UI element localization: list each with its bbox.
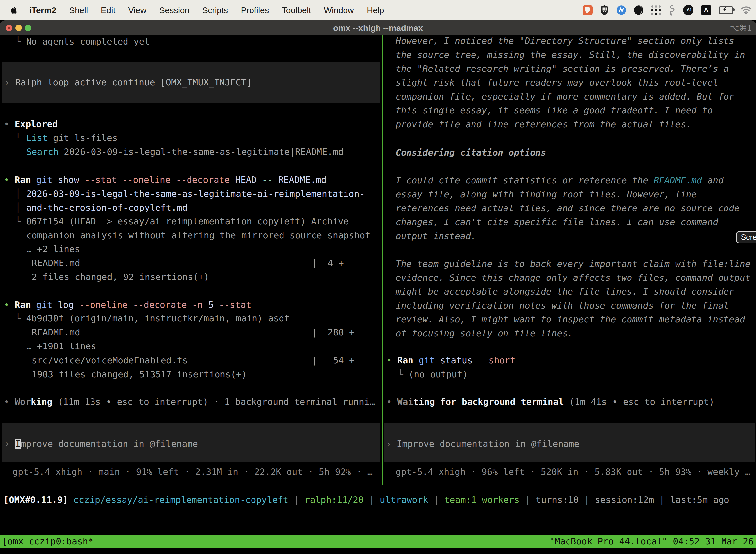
text-segment: 1903 files changed, 513517 insertions(+) xyxy=(32,369,247,379)
text-segment: team:1 workers xyxy=(444,495,519,505)
text-segment: • xyxy=(386,355,397,365)
menu-item-window[interactable]: Window xyxy=(324,5,354,15)
terminal-line: gpt-5.4 xhigh · 96% left · 520K in · 5.8… xyxy=(396,465,750,479)
text-segment: this single essay, it seems like a good … xyxy=(396,105,713,115)
text-segment: --oneline --decorate xyxy=(79,299,192,310)
text-segment: • xyxy=(4,119,15,129)
terminal-line: evidence. Since this change only affects… xyxy=(396,271,750,285)
terminal-line: └ 4b9d30f (origin/main, instructkr/main,… xyxy=(15,312,290,325)
terminal-line: • Ran git show --stat --oneline --decora… xyxy=(4,173,327,187)
text-segment: output instead. xyxy=(396,231,476,241)
menu-item-profiles[interactable]: Profiles xyxy=(241,5,269,15)
text-segment: Explored xyxy=(15,119,58,129)
window-title-bar[interactable]: omx --xhigh --madmax ⌥⌘1 xyxy=(0,20,756,35)
menu-item-shell[interactable]: Shell xyxy=(69,5,88,15)
text-segment: essay file, along with finding root file… xyxy=(396,189,697,199)
menu-bar: iTerm2 Shell Edit View Session Scripts P… xyxy=(0,0,756,20)
menu-item-help[interactable]: Help xyxy=(367,5,384,15)
menu-item-scripts[interactable]: Scripts xyxy=(202,5,228,15)
text-segment: Ran xyxy=(397,355,419,365)
a-app-icon[interactable]: A xyxy=(701,5,711,15)
right-pane-bottom-border xyxy=(383,485,756,486)
close-button[interactable] xyxy=(6,24,12,31)
text-segment: references need actual files, and since … xyxy=(396,203,740,213)
menu-item-edit[interactable]: Edit xyxy=(101,5,116,15)
text-segment: cczip/essay/ai-reimplementation-copyleft xyxy=(73,495,289,505)
text-segment: | 4 + xyxy=(312,258,344,268)
text-segment: • xyxy=(4,175,15,185)
shield-grid-icon[interactable] xyxy=(600,5,609,15)
menu-item-toolbelt[interactable]: Toolbelt xyxy=(282,5,311,15)
text-segment: | 54 + xyxy=(312,355,355,365)
text-segment: └ xyxy=(15,313,26,323)
terminal-line: I could cite commit statistics or refere… xyxy=(396,173,723,187)
text-segment: the "Related research writing" section i… xyxy=(396,63,729,74)
text-segment: and xyxy=(702,175,723,185)
text-segment: Improve documentation in @filename xyxy=(397,439,579,449)
menu-item-app[interactable]: iTerm2 xyxy=(29,5,56,15)
text-segment: -- xyxy=(262,175,278,185)
terminal-line: • Ran git status --short xyxy=(386,353,515,367)
squiggle-icon[interactable] xyxy=(668,5,676,16)
terminal-line: Search 2026-03-09-is-legal-the-same-as-l… xyxy=(26,145,343,159)
text-segment: README.md xyxy=(653,175,702,185)
terminal-line: └ List git ls-files xyxy=(15,131,118,145)
text-segment: | xyxy=(579,495,595,505)
terminal-line: [OMX#0.11.9] cczip/essay/ai-reimplementa… xyxy=(3,493,729,507)
terminal-line: │ 2026-03-09-is-legal-the-same-as-legiti… xyxy=(15,187,365,201)
chat-app-icon[interactable] xyxy=(583,5,592,15)
menu-item-session[interactable]: Session xyxy=(159,5,189,15)
battery-icon[interactable] xyxy=(719,6,733,14)
terminal[interactable]: └ No agents completed yet› Ralph loop ac… xyxy=(0,35,756,554)
apple-logo-icon[interactable] xyxy=(10,6,17,14)
terminal-line: provide file and line references from th… xyxy=(396,117,691,131)
terminal-line: output instead. xyxy=(396,229,476,243)
terminal-line: companion analysis without altering the … xyxy=(26,228,370,242)
text-cursor: I xyxy=(15,439,20,449)
text-segment: › xyxy=(4,439,15,449)
terminal-line: the source tree, missing the essay. Stil… xyxy=(396,48,745,62)
terminal-line: › Improve documentation in @filename xyxy=(386,437,579,451)
terminal-line: … +2 lines xyxy=(26,242,80,256)
text-segment: turns:10 xyxy=(536,495,579,505)
text-segment: ultrawork xyxy=(380,495,428,505)
text-segment: │ xyxy=(15,189,26,199)
terminal-line: | 4 + xyxy=(312,256,344,270)
count-badge-icon[interactable]: ..61 xyxy=(683,5,693,15)
menu-item-view[interactable]: View xyxy=(128,5,146,15)
text-segment: Wor xyxy=(15,397,31,407)
terminal-line: the "Related research writing" section i… xyxy=(396,62,729,76)
terminal-line: 2 files changed, 92 insertions(+) xyxy=(32,270,209,284)
terminal-line: └ (no output) xyxy=(398,367,468,381)
terminal-line: changes, I can't cite specific file line… xyxy=(396,215,718,229)
text-segment: including verification notes with those … xyxy=(396,300,729,311)
text-segment: might be acceptable alongside the file l… xyxy=(396,286,734,296)
text-segment: (1m 41s • esc to interrupt) xyxy=(564,397,714,407)
text-segment: 067f154 (HEAD -> essay/ai-reimplementati… xyxy=(26,216,349,226)
pane-divider[interactable] xyxy=(382,35,383,486)
terminal-line: However, I noticed the "Directory Struct… xyxy=(396,35,734,48)
terminal-line: The team guideline is to back every impo… xyxy=(396,257,750,271)
moon-circle-icon[interactable] xyxy=(634,5,644,15)
text-segment: README.md xyxy=(32,327,80,337)
tmux-host-clock: "MacBook-Pro-44.local" 04:52 31-Mar-26 xyxy=(549,535,754,548)
text-segment: The team guideline is to back every impo… xyxy=(396,259,750,269)
text-segment: | xyxy=(364,495,380,505)
text-segment: show xyxy=(58,175,84,185)
zoom-button[interactable] xyxy=(25,24,31,31)
wifi-icon[interactable] xyxy=(741,6,752,14)
text-segment: | xyxy=(428,495,444,505)
terminal-line: src/voice/voiceModeEnabled.ts xyxy=(32,353,188,367)
text-segment: --stat --oneline --decorate xyxy=(84,175,235,185)
terminal-line: Considering citation options xyxy=(396,146,546,160)
blue-bolt-icon[interactable] xyxy=(616,5,626,15)
text-segment: › xyxy=(386,439,397,449)
text-segment: git xyxy=(36,299,58,310)
window-title: omx --xhigh --madmax xyxy=(333,20,423,35)
terminal-line: › Ralph loop active continue [OMX_TMUX_I… xyxy=(4,75,252,89)
terminal-line: • Explored xyxy=(4,117,58,131)
minimize-button[interactable] xyxy=(15,24,22,31)
text-segment: the source tree, missing the essay. Stil… xyxy=(396,50,745,60)
text-segment: … +1901 lines xyxy=(26,341,96,351)
dot-grid-icon[interactable] xyxy=(651,5,661,15)
